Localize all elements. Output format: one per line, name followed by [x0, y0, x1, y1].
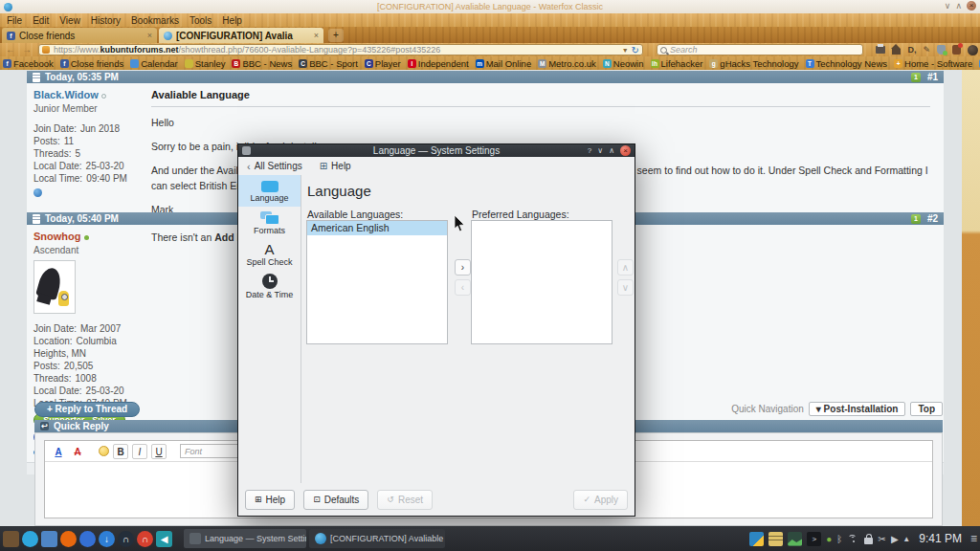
- post-number[interactable]: #2: [927, 213, 938, 224]
- task-waterfox[interactable]: [CONFIGURATION] Avaliable Lang...: [309, 529, 445, 548]
- edit-pencil-icon[interactable]: ✎: [923, 44, 930, 55]
- window-minimize-icon[interactable]: ∨: [945, 1, 951, 11]
- italic-button[interactable]: I: [132, 444, 147, 459]
- bookmark-item[interactable]: B BBC - News: [232, 58, 292, 69]
- remove-format-icon[interactable]: A: [70, 444, 85, 459]
- move-right-button[interactable]: ›: [455, 259, 471, 276]
- search-bar[interactable]: Search: [657, 44, 863, 55]
- url-dropdown-icon[interactable]: ▼: [622, 47, 629, 54]
- bookmark-item[interactable]: + Home - Software: [894, 58, 972, 69]
- tab-close-icon[interactable]: ×: [147, 31, 152, 40]
- bookmark-item[interactable]: f Facebook: [3, 58, 54, 69]
- bluetooth-icon[interactable]: ᛒ: [836, 532, 842, 546]
- menu-item[interactable]: History: [91, 15, 121, 26]
- system-monitor-icon[interactable]: [788, 532, 802, 546]
- back-icon[interactable]: ←: [6, 44, 15, 55]
- taskbar-launcher-icon[interactable]: [3, 531, 19, 547]
- konsole-icon[interactable]: >: [807, 532, 821, 546]
- username-link[interactable]: Black.Widow: [33, 89, 99, 100]
- wifi-icon[interactable]: [847, 534, 859, 544]
- task-system-settings[interactable]: Language — System Settings: [184, 529, 306, 548]
- clipboard-tray-icon[interactable]: [768, 532, 783, 546]
- reset-button[interactable]: ↺Reset: [377, 490, 433, 510]
- history-extension-icon[interactable]: [952, 45, 961, 55]
- menu-item[interactable]: File: [7, 15, 22, 26]
- profile-avatar-icon[interactable]: [968, 45, 978, 55]
- volume-icon[interactable]: ◀: [891, 532, 899, 546]
- menu-item[interactable]: Help: [222, 15, 242, 26]
- bookmark-item[interactable]: f Close friends: [60, 58, 123, 69]
- bookmark-item[interactable]: C BBC - Sport: [299, 58, 358, 69]
- new-tab-button[interactable]: +: [328, 29, 344, 42]
- top-button[interactable]: Top: [910, 402, 943, 416]
- smilies-icon[interactable]: [99, 446, 109, 456]
- sidebar-item-language[interactable]: Language: [238, 175, 301, 207]
- help-button[interactable]: ⊞Help: [245, 490, 295, 510]
- taskbar-clock[interactable]: 9:41 PM: [919, 532, 962, 545]
- bookmark-item[interactable]: Stanley: [185, 58, 226, 69]
- window-maximize-icon[interactable]: ∧: [955, 1, 962, 11]
- home-icon[interactable]: [892, 49, 901, 55]
- apply-button[interactable]: ✓Apply: [573, 490, 628, 510]
- updates-tray-icon[interactable]: ●: [826, 532, 832, 546]
- menu-item[interactable]: Edit: [33, 15, 49, 26]
- bookmark-item[interactable]: I Independent: [408, 58, 469, 69]
- tab-configuration-active[interactable]: [CONFIGURATION] Avalia ×: [159, 28, 323, 43]
- sidebar-item-formats[interactable]: Formats: [238, 207, 301, 238]
- editor-mode-a-icon[interactable]: A: [51, 444, 66, 459]
- quick-nav-section-button[interactable]: ▾ Post-Installation: [809, 402, 906, 416]
- plasma-tray-icon[interactable]: [749, 532, 764, 546]
- taskbar-launcher-icon[interactable]: ↓: [99, 531, 115, 547]
- move-left-button[interactable]: ‹: [455, 279, 471, 296]
- site-identity-icon[interactable]: [42, 46, 50, 54]
- bookmark-item[interactable]: M Metro.co.uk: [538, 58, 596, 69]
- dialog-maximize-icon[interactable]: ∧: [609, 146, 614, 155]
- downloads-extension-icon[interactable]: D,: [907, 44, 916, 55]
- defaults-button[interactable]: ⊡Defaults: [303, 490, 368, 510]
- taskbar-launcher-icon[interactable]: [79, 531, 96, 547]
- list-item-selected[interactable]: American English: [307, 221, 447, 235]
- sidebar-item-date-time[interactable]: Date & Time: [238, 270, 301, 301]
- bookmark-item[interactable]: g gHacks Technology: [709, 58, 798, 69]
- help-menu-button[interactable]: ⊞Help: [320, 161, 351, 171]
- move-down-button[interactable]: ∨: [617, 279, 634, 296]
- print-icon[interactable]: [876, 46, 885, 54]
- window-close-icon[interactable]: ×: [967, 1, 976, 11]
- tab-close-friends[interactable]: f Close friends ×: [2, 28, 157, 43]
- bookmark-item[interactable]: T Technology News: [806, 58, 887, 69]
- bookmark-item[interactable]: Calendar: [130, 58, 178, 69]
- taskbar-launcher-icon[interactable]: ∩: [137, 531, 153, 547]
- bookmark-item[interactable]: m Mail Online: [476, 58, 532, 69]
- tray-expand-icon[interactable]: ▲: [902, 532, 910, 546]
- clipboard-scissors-icon[interactable]: ✂: [878, 532, 885, 546]
- lock-icon[interactable]: [864, 538, 873, 544]
- sidebar-item-spell-check[interactable]: A Spell Check: [238, 238, 301, 270]
- username-link[interactable]: Snowhog: [33, 231, 81, 242]
- adblock-shield-icon[interactable]: [937, 45, 946, 55]
- taskbar-launcher-icon[interactable]: [22, 531, 38, 547]
- user-status-icon[interactable]: [33, 188, 42, 197]
- reload-icon[interactable]: ↻: [632, 45, 639, 55]
- tab-close-icon[interactable]: ×: [314, 31, 319, 40]
- menu-item[interactable]: Tools: [189, 15, 212, 26]
- bookmark-item[interactable]: C Player: [365, 58, 401, 69]
- move-up-button[interactable]: ∧: [617, 259, 634, 276]
- taskbar-launcher-icon[interactable]: ◀: [156, 531, 172, 547]
- taskbar-launcher-icon[interactable]: ∩: [118, 531, 134, 547]
- dialog-close-icon[interactable]: ×: [620, 145, 631, 156]
- underline-button[interactable]: U: [151, 444, 167, 459]
- url-bar[interactable]: https://www.kubuntuforums.net/showthread…: [38, 44, 643, 55]
- menu-item[interactable]: View: [59, 15, 80, 26]
- bookmark-item[interactable]: N Neowin: [603, 58, 644, 69]
- taskbar-launcher-icon[interactable]: [41, 531, 57, 547]
- all-settings-back-button[interactable]: ‹All Settings: [247, 161, 302, 172]
- taskbar-launcher-icon[interactable]: [60, 531, 77, 547]
- preferred-languages-list[interactable]: [471, 220, 612, 344]
- browser-scrollbar[interactable]: [962, 70, 980, 526]
- available-languages-list[interactable]: American English: [306, 220, 448, 344]
- dialog-help-icon[interactable]: ?: [588, 146, 591, 155]
- bold-button[interactable]: B: [113, 444, 128, 459]
- menu-item[interactable]: Bookmarks: [131, 15, 179, 26]
- dialog-titlebar[interactable]: Language — System Settings ? ∨ ∧ ×: [238, 144, 635, 157]
- post-number[interactable]: #1: [927, 72, 938, 82]
